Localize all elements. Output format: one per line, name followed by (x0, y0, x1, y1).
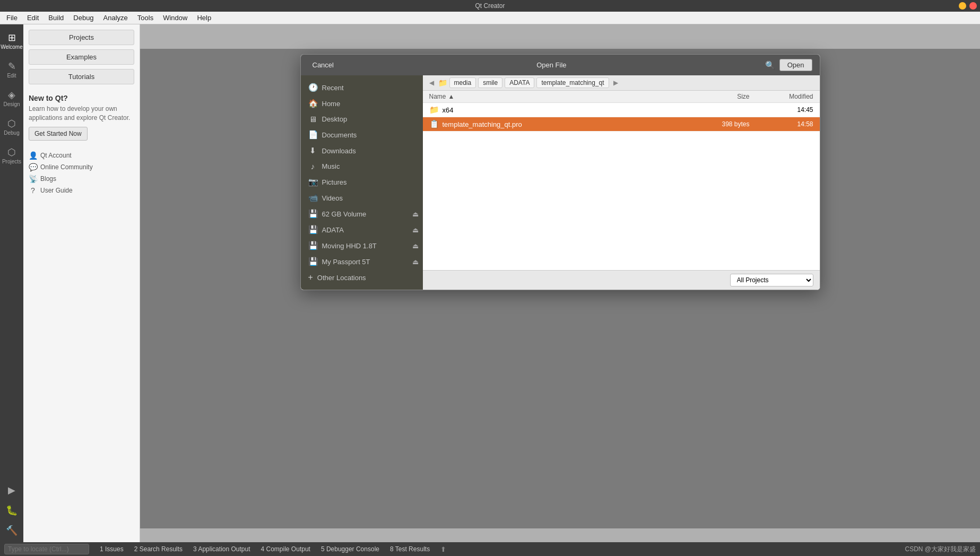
menu-help[interactable]: Help (193, 13, 215, 23)
column-name[interactable]: Name ▲ (429, 93, 697, 100)
file-modified-x64: 14:45 (750, 106, 813, 114)
menu-build[interactable]: Build (44, 13, 68, 23)
status-tab-compile[interactable]: 4 Compile Output (261, 545, 310, 553)
downloads-icon: ⬇ (308, 146, 318, 155)
tutorials-button[interactable]: Tutorials (29, 69, 134, 84)
menu-file[interactable]: File (2, 13, 22, 23)
drive-hhd-label: Moving HHD 1.8T (322, 242, 377, 250)
sidebar-item-projects[interactable]: ⬡ Projects (1, 142, 22, 170)
pictures-icon: 📷 (308, 177, 318, 187)
breadcrumb-template[interactable]: template_matching_qt (536, 77, 609, 88)
welcome-icon: ⊞ (8, 33, 16, 42)
qt-sidebar: ⊞ Welcome ✎ Edit ◈ Design ⬡ Debug ⬡ Proj… (0, 24, 23, 542)
pictures-label: Pictures (322, 178, 347, 186)
build-button[interactable]: 🔨 (2, 522, 21, 539)
sidebar-item-design[interactable]: ◈ Design (1, 85, 22, 112)
sidebar-moving-hhd[interactable]: 💾 Moving HHD 1.8T ⏏ (301, 238, 423, 254)
file-sidebar: 🕐 Recent 🏠 Home 🖥 Desktop 📄 (301, 75, 423, 290)
menu-analyze[interactable]: Analyze (99, 13, 132, 23)
sidebar-videos[interactable]: 📹 Videos (301, 190, 423, 206)
sidebar-item-welcome[interactable]: ⊞ Welcome (1, 28, 22, 55)
eject-62gb-button[interactable]: ⏏ (412, 210, 419, 218)
get-started-button[interactable]: Get Started Now (29, 127, 88, 141)
breadcrumb-media[interactable]: media (449, 77, 476, 88)
breadcrumb-forward[interactable]: ▶ (611, 78, 620, 88)
file-row-pro[interactable]: 📋 template_matching_qt.pro 398 bytes 14:… (423, 117, 820, 132)
run-button[interactable]: ▶ (2, 482, 21, 499)
sidebar-my-passport[interactable]: 💾 My Passport 5T ⏏ (301, 254, 423, 270)
menu-edit[interactable]: Edit (23, 13, 43, 23)
window-controls (959, 2, 977, 10)
column-modified-label: Modified (789, 93, 813, 100)
menu-debug[interactable]: Debug (69, 13, 98, 23)
breadcrumb-adata[interactable]: ADATA (505, 77, 534, 88)
sidebar-pictures[interactable]: 📷 Pictures (301, 174, 423, 190)
drive-62gb-label: 62 GB Volume (322, 210, 367, 218)
desktop-icon: 🖥 (308, 115, 318, 124)
sidebar-desktop[interactable]: 🖥 Desktop (301, 111, 423, 127)
dialog-title-bar: Cancel Open File 🔍 Open (301, 55, 820, 75)
locate-input[interactable] (4, 544, 89, 554)
projects-button[interactable]: Projects (29, 30, 134, 45)
file-row-x64[interactable]: 📁 x64 14:45 (423, 103, 820, 117)
cancel-button[interactable]: Cancel (308, 60, 338, 70)
sidebar-item-label: Debug (4, 130, 19, 136)
music-icon: ♪ (308, 162, 318, 171)
drive-adata-label: ADATA (322, 226, 344, 234)
documents-icon: 📄 (308, 130, 318, 140)
sidebar-other-locations[interactable]: + Other Locations (301, 270, 423, 285)
online-community-link[interactable]: 💬 Online Community (29, 163, 134, 171)
column-size[interactable]: Size (697, 93, 750, 100)
dialog-body: 🕐 Recent 🏠 Home 🖥 Desktop 📄 (301, 75, 820, 290)
menu-bar: File Edit Build Debug Analyze Tools Wind… (0, 12, 980, 24)
examples-button[interactable]: Examples (29, 49, 134, 65)
search-icon[interactable]: 🔍 (765, 60, 775, 70)
column-modified[interactable]: Modified (750, 93, 813, 100)
home-icon: 🏠 (308, 99, 318, 108)
sidebar-item-label: Design (3, 101, 20, 107)
menu-tools[interactable]: Tools (133, 13, 158, 23)
sidebar-documents[interactable]: 📄 Documents (301, 127, 423, 143)
breadcrumb-back[interactable]: ◀ (427, 78, 436, 88)
file-main-area: ◀ 📁 media smile ADATA template_matching_… (423, 75, 820, 290)
eject-adata-button[interactable]: ⏏ (412, 226, 419, 234)
sidebar-62gb[interactable]: 💾 62 GB Volume ⏏ (301, 206, 423, 222)
debug-run-button[interactable]: 🐛 (2, 502, 21, 519)
add-icon: + (308, 273, 313, 282)
main-layout: ⊞ Welcome ✎ Edit ◈ Design ⬡ Debug ⬡ Proj… (0, 24, 980, 542)
sidebar-home[interactable]: 🏠 Home (301, 95, 423, 111)
videos-label: Videos (322, 194, 343, 202)
status-tab-test[interactable]: 8 Test Results (390, 545, 430, 553)
eject-passport-button[interactable]: ⏏ (412, 258, 419, 266)
dialog-overlay: Cancel Open File 🔍 Open 🕐 Recent 🏠 (140, 49, 980, 528)
sidebar-item-edit[interactable]: ✎ Edit (1, 56, 22, 84)
status-right-text: CSDN @大家好我是家盛 (905, 545, 976, 554)
sidebar-adata[interactable]: 💾 ADATA ⏏ (301, 222, 423, 238)
file-filter-select[interactable]: All Projects Qt Project Files (*.pro) Al… (730, 274, 813, 286)
account-icon: 👤 (29, 151, 37, 160)
menu-window[interactable]: Window (159, 13, 192, 23)
status-tab-app-output[interactable]: 3 Application Output (193, 545, 250, 553)
status-tab-debugger[interactable]: 5 Debugger Console (321, 545, 379, 553)
sidebar-recent[interactable]: 🕐 Recent (301, 80, 423, 95)
desktop-label: Desktop (322, 115, 348, 123)
minimize-button[interactable] (959, 2, 966, 10)
sidebar-music[interactable]: ♪ Music (301, 159, 423, 174)
sidebar-downloads[interactable]: ⬇ Downloads (301, 143, 423, 159)
sidebar-item-debug[interactable]: ⬡ Debug (1, 114, 22, 141)
qt-account-label: Qt Account (40, 152, 72, 159)
welcome-links: 👤 Qt Account 💬 Online Community 📡 Blogs … (29, 151, 134, 195)
user-guide-link[interactable]: ? User Guide (29, 186, 134, 195)
breadcrumb-smile[interactable]: smile (478, 77, 502, 88)
close-button[interactable] (969, 2, 977, 10)
qt-account-link[interactable]: 👤 Qt Account (29, 151, 134, 160)
guide-icon: ? (29, 186, 37, 195)
eject-hhd-button[interactable]: ⏏ (412, 242, 419, 250)
blogs-link[interactable]: 📡 Blogs (29, 175, 134, 183)
status-tab-search[interactable]: 2 Search Results (134, 545, 183, 553)
drive-62gb-icon: 💾 (308, 209, 318, 219)
file-list: 📁 x64 14:45 📋 template_matching_qt.pro 3… (423, 103, 820, 270)
open-button[interactable]: Open (779, 59, 812, 71)
recent-label: Recent (322, 84, 344, 92)
status-tab-issues[interactable]: 1 Issues (100, 545, 124, 553)
